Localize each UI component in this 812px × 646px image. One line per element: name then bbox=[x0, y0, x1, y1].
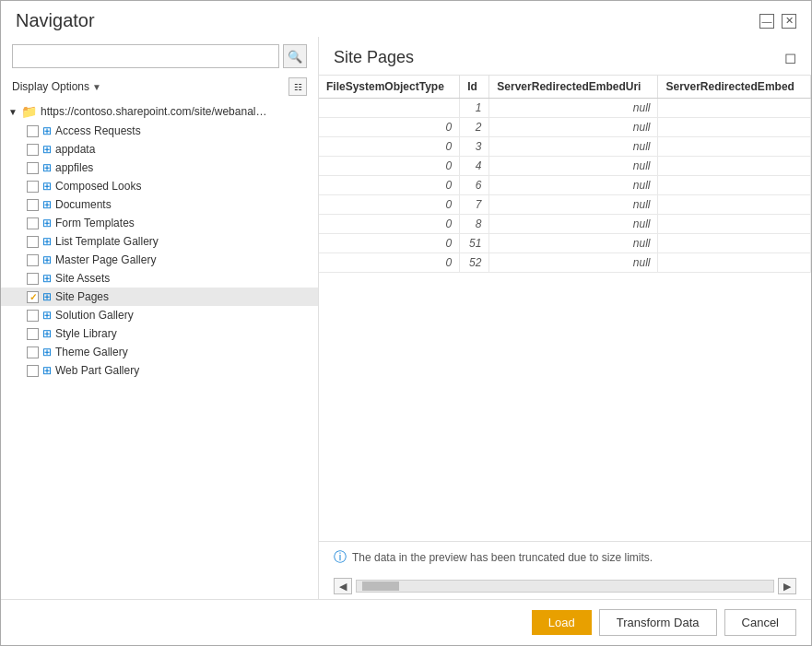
cell-serverredirectedembed bbox=[658, 99, 811, 118]
display-options-button[interactable]: Display Options ▼ bbox=[12, 80, 101, 93]
checkbox-web-part-gallery[interactable] bbox=[27, 365, 39, 377]
col-header-serverredirectedembeduri: ServerRedirectedEmbedUri bbox=[489, 76, 658, 99]
left-panel: 🔍 Display Options ▼ ☷ ▼ 📁 https bbox=[1, 37, 319, 599]
tree-item-theme-gallery[interactable]: ⊞ Theme Gallery bbox=[1, 343, 318, 361]
grid-icon: ⊞ bbox=[42, 309, 52, 322]
grid-icon: ⊞ bbox=[42, 198, 52, 211]
col-header-serverredirectedembed: ServerRedirectedEmbed bbox=[658, 76, 811, 99]
table-row: 0 52 null bbox=[319, 253, 811, 273]
tree-root-item[interactable]: ▼ 📁 https://contoso.sharepoint.com/site/… bbox=[1, 101, 318, 122]
search-input[interactable] bbox=[12, 44, 279, 68]
display-options-row: Display Options ▼ ☷ bbox=[1, 74, 318, 101]
cell-serverredirectedembed bbox=[658, 137, 811, 157]
item-label-documents: Documents bbox=[55, 198, 112, 211]
table-row: 0 7 null bbox=[319, 195, 811, 215]
cell-id: 4 bbox=[460, 157, 489, 176]
cell-serverredirectedembed bbox=[658, 215, 811, 234]
scroll-thumb[interactable] bbox=[362, 581, 399, 591]
cell-serverredirectedembeduri: null bbox=[489, 137, 658, 157]
tree-item-documents[interactable]: ⊞ Documents bbox=[1, 195, 318, 214]
grid-icon: ⊞ bbox=[42, 161, 52, 174]
tree-item-style-library[interactable]: ⊞ Style Library bbox=[1, 324, 318, 343]
cell-serverredirectedembed bbox=[658, 176, 811, 195]
checkbox-site-pages[interactable] bbox=[27, 291, 39, 303]
cell-filesystemobjecttype: 0 bbox=[319, 253, 460, 273]
scroll-right-button[interactable]: ▶ bbox=[778, 578, 796, 594]
checkbox-appfiles[interactable] bbox=[27, 162, 39, 174]
right-panel: Site Pages ◻ FileSystemObjectType Id Ser… bbox=[319, 37, 811, 599]
cell-id: 1 bbox=[460, 99, 489, 118]
tree-item-site-assets[interactable]: ⊞ Site Assets bbox=[1, 269, 318, 288]
item-label-access-requests: Access Requests bbox=[55, 124, 141, 137]
checkbox-documents[interactable] bbox=[27, 199, 39, 211]
horizontal-scrollbar: ◀ ▶ bbox=[319, 573, 811, 599]
grid-icon: ⊞ bbox=[42, 235, 52, 248]
cell-id: 8 bbox=[460, 215, 489, 234]
search-button[interactable]: 🔍 bbox=[283, 44, 307, 68]
item-label-web-part-gallery: Web Part Gallery bbox=[55, 364, 139, 377]
tree-item-master-page-gallery[interactable]: ⊞ Master Page Gallery bbox=[1, 251, 318, 269]
item-label-site-pages: Site Pages bbox=[55, 290, 109, 303]
col-header-id: Id bbox=[460, 76, 489, 99]
checkbox-master-page-gallery[interactable] bbox=[27, 254, 39, 266]
tree-item-access-requests[interactable]: ⊞ Access Requests bbox=[1, 122, 318, 140]
cell-serverredirectedembed bbox=[658, 157, 811, 176]
close-button[interactable]: ✕ bbox=[782, 14, 796, 29]
grid-icon: ⊞ bbox=[42, 364, 52, 377]
select-all-button[interactable]: ☷ bbox=[288, 77, 307, 96]
checkbox-access-requests[interactable] bbox=[27, 125, 39, 137]
root-url-label: https://contoso.sharepoint.com/site/weba… bbox=[41, 105, 271, 118]
checkbox-appdata[interactable] bbox=[27, 144, 39, 156]
checkbox-composed-looks[interactable] bbox=[27, 181, 39, 193]
table-row: 0 4 null bbox=[319, 157, 811, 176]
grid-icon: ⊞ bbox=[42, 272, 52, 285]
cell-id: 7 bbox=[460, 195, 489, 215]
cell-id: 52 bbox=[460, 253, 489, 273]
minimize-button[interactable]: — bbox=[759, 14, 774, 29]
checkbox-list-template-gallery[interactable] bbox=[27, 236, 39, 248]
folder-icon: 📁 bbox=[21, 104, 37, 119]
transform-data-button[interactable]: Transform Data bbox=[599, 609, 717, 636]
dialog-title: Navigator bbox=[16, 10, 95, 31]
grid-icon: ⊞ bbox=[42, 143, 52, 156]
preview-expand-icon[interactable]: ◻ bbox=[784, 49, 796, 66]
grid-icon: ⊞ bbox=[42, 124, 52, 137]
tree-item-solution-gallery[interactable]: ⊞ Solution Gallery bbox=[1, 306, 318, 324]
tree-item-appdata[interactable]: ⊞ appdata bbox=[1, 140, 318, 159]
cell-serverredirectedembeduri: null bbox=[489, 195, 658, 215]
cancel-button[interactable]: Cancel bbox=[724, 609, 796, 636]
main-content: 🔍 Display Options ▼ ☷ ▼ 📁 https bbox=[1, 37, 811, 599]
scroll-track[interactable] bbox=[356, 580, 774, 593]
checkbox-form-templates[interactable] bbox=[27, 217, 39, 229]
item-label-composed-looks: Composed Looks bbox=[55, 180, 141, 193]
item-label-master-page-gallery: Master Page Gallery bbox=[55, 253, 156, 266]
cell-serverredirectedembeduri: null bbox=[489, 176, 658, 195]
select-all-icon: ☷ bbox=[294, 82, 302, 92]
checkbox-theme-gallery[interactable] bbox=[27, 346, 39, 358]
tree-item-form-templates[interactable]: ⊞ Form Templates bbox=[1, 214, 318, 232]
tree-item-appfiles[interactable]: ⊞ appfiles bbox=[1, 159, 318, 177]
col-header-filesystemobjecttype: FileSystemObjectType bbox=[319, 76, 460, 99]
cell-serverredirectedembeduri: null bbox=[489, 118, 658, 137]
cell-id: 51 bbox=[460, 234, 489, 253]
load-button[interactable]: Load bbox=[532, 610, 592, 635]
scroll-left-button[interactable]: ◀ bbox=[334, 578, 352, 594]
data-table: FileSystemObjectType Id ServerRedirected… bbox=[319, 76, 811, 273]
grid-icon: ⊞ bbox=[42, 290, 52, 303]
search-icon: 🔍 bbox=[288, 50, 302, 64]
checkbox-solution-gallery[interactable] bbox=[27, 310, 39, 322]
tree-item-composed-looks[interactable]: ⊞ Composed Looks bbox=[1, 177, 318, 195]
grid-icon: ⊞ bbox=[42, 217, 52, 229]
tree-item-web-part-gallery[interactable]: ⊞ Web Part Gallery bbox=[1, 361, 318, 380]
table-row: 0 51 null bbox=[319, 234, 811, 253]
cell-filesystemobjecttype: 0 bbox=[319, 215, 460, 234]
table-row: 0 3 null bbox=[319, 137, 811, 157]
table-row: 1 null bbox=[319, 99, 811, 118]
cell-serverredirectedembeduri: null bbox=[489, 234, 658, 253]
tree-item-site-pages[interactable]: ⊞ Site Pages bbox=[1, 288, 318, 306]
tree-item-list-template-gallery[interactable]: ⊞ List Template Gallery bbox=[1, 232, 318, 251]
checkbox-site-assets[interactable] bbox=[27, 273, 39, 285]
checkbox-style-library[interactable] bbox=[27, 328, 39, 340]
item-label-style-library: Style Library bbox=[55, 327, 117, 340]
preview-header: Site Pages ◻ bbox=[319, 48, 811, 75]
